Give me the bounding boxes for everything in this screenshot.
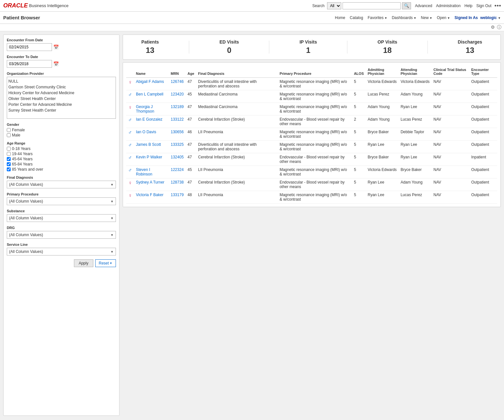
age-range-label: 85 Years and over (12, 167, 43, 172)
patient-encounter-type-cell: Outpatient (469, 178, 497, 191)
gender-label: Gender (7, 123, 116, 126)
patient-clinical-trial-cell: NAV (432, 78, 469, 90)
org-list-item[interactable]: Surrey Street Health Center (8, 107, 114, 113)
female-icon: ♀ (128, 180, 132, 185)
encounter-from-calendar-icon[interactable]: 📅 (53, 45, 59, 50)
age-range-checkbox[interactable] (7, 167, 11, 171)
patient-mrn-cell: 122324 (169, 166, 186, 178)
search-scope-select[interactable]: All (327, 2, 341, 9)
advanced-link[interactable]: Advanced (415, 4, 432, 8)
encounter-from-input[interactable] (7, 43, 52, 51)
signed-in-dropdown[interactable]: ▼ (498, 16, 501, 20)
patient-name-cell: Steven I Robinson (134, 166, 169, 178)
patient-name[interactable]: Ben L Campbell (136, 92, 163, 96)
favorites-link[interactable]: Favorites (368, 15, 387, 20)
patient-mrn[interactable]: 123420 (171, 92, 184, 96)
patient-name[interactable]: Ian O Davis (136, 130, 156, 134)
patient-alos-cell: 5 (352, 128, 366, 141)
help-circle-icon[interactable]: ⓘ (497, 25, 501, 30)
patient-name[interactable]: James B Scott (136, 142, 161, 147)
patient-primary-procedure-cell: Magnetic resonance imaging (MRI) w/o & w… (278, 78, 352, 90)
patient-alos-cell: 2 (352, 115, 366, 128)
org-list-item[interactable]: Garrison Street Community Clinic (8, 84, 114, 90)
patient-name[interactable]: Sydney A Turner (136, 180, 164, 185)
substance-dropdown[interactable]: (All Column Values) ▼ (7, 214, 116, 222)
patient-name[interactable]: Ian E Gonzalez (136, 117, 162, 122)
administration-link[interactable]: Administration (436, 4, 461, 8)
patient-primary-procedure-cell: Magnetic resonance imaging (MRI) w/o & w… (278, 90, 352, 103)
search-input[interactable] (343, 2, 401, 9)
new-link[interactable]: New (421, 15, 432, 20)
gear-icon[interactable]: ⚙ (491, 25, 495, 30)
age-range-checkbox[interactable] (7, 147, 11, 151)
patient-name[interactable]: Victoria F Baker (136, 193, 163, 197)
org-list-item[interactable]: NULL (8, 78, 114, 84)
patient-mrn[interactable]: 128738 (171, 180, 184, 185)
encounter-to-calendar-icon[interactable]: 📅 (53, 61, 59, 66)
nav-dot-3 (499, 5, 501, 6)
patient-age-cell: 45 (186, 90, 196, 103)
encounter-to-section: Encounter To Date 📅 (7, 55, 116, 68)
patient-mrn[interactable]: 133122 (171, 117, 184, 122)
op-visits-stat: OP Visits 18 (377, 39, 397, 55)
primary-procedure-dropdown[interactable]: (All Column Values) ▼ (7, 197, 116, 205)
patient-mrn[interactable]: 130656 (171, 130, 184, 134)
org-provider-list[interactable]: NULLGarrison Street Community ClinicHick… (7, 77, 116, 119)
patient-table: Name MRN Age Final Diagnosis Primary Pro… (126, 66, 497, 204)
patient-admitting-physician-cell: Adam Young (366, 115, 399, 128)
patient-name[interactable]: Georgia J Thompson (136, 105, 154, 114)
apply-button[interactable]: Apply (74, 259, 93, 267)
final-diagnosis-dropdown[interactable]: (All Column Values) ▼ (7, 181, 116, 188)
reset-button[interactable]: Reset ▼ (95, 259, 116, 267)
patient-attending-physician-cell: Adam Young (399, 90, 432, 103)
open-link[interactable]: Open (437, 15, 450, 20)
help-link[interactable]: Help (465, 4, 473, 8)
final-diagnosis-arrow: ▼ (110, 183, 114, 186)
service-line-arrow: ▼ (110, 250, 114, 254)
patient-mrn[interactable]: 133179 (171, 193, 184, 197)
gender-male-checkbox[interactable] (7, 133, 11, 137)
patient-age-cell: 47 (186, 78, 196, 90)
sign-out-link[interactable]: Sign Out (476, 4, 491, 8)
encounter-from-wrapper: 📅 (7, 43, 116, 51)
dashboards-link[interactable]: Dashboards (392, 15, 416, 20)
patient-name-cell: James B Scott (134, 141, 169, 153)
catalog-link[interactable]: Catalog (350, 15, 363, 20)
age-range-checkbox[interactable] (7, 157, 11, 161)
gender-male-label: Male (12, 133, 20, 137)
org-list-item[interactable]: Porter Center for Advanced Medicine (8, 102, 114, 107)
table-row: ♂James B Scott13332547Diverticulitis of … (126, 141, 497, 153)
home-link[interactable]: Home (335, 15, 345, 20)
patient-age-cell: 46 (186, 128, 196, 141)
age-range-item: 19-44 Years (7, 152, 116, 156)
patient-mrn[interactable]: 122324 (171, 167, 184, 172)
patient-name[interactable]: Abigail F Adams (136, 79, 164, 84)
patient-mrn[interactable]: 133325 (171, 142, 184, 147)
patient-name-cell: Ian O Davis (134, 128, 169, 141)
service-line-section: Service Line (All Column Values) ▼ (7, 243, 116, 255)
signed-in-user[interactable]: weblogic (480, 15, 497, 20)
second-nav: Home Catalog Favorites Dashboards New Op… (335, 15, 501, 20)
male-icon: ♂ (128, 130, 132, 135)
gender-female-checkbox[interactable] (7, 128, 11, 132)
patient-attending-physician-cell: Victoria Edwards (399, 78, 432, 90)
patient-attending-physician-cell: Lucas Perez (399, 191, 432, 204)
patient-mrn[interactable]: 132189 (171, 105, 184, 109)
age-range-item: 85 Years and over (7, 167, 116, 172)
encounter-to-label: Encounter To Date (7, 55, 116, 59)
age-range-checkbox[interactable] (7, 152, 11, 156)
encounter-to-input[interactable] (7, 60, 52, 68)
age-range-checkbox[interactable] (7, 162, 11, 166)
drg-dropdown[interactable]: (All Column Values) ▼ (7, 231, 116, 239)
patient-mrn[interactable]: 126746 (171, 79, 184, 84)
org-provider-section: Organization Provider NULLGarrison Stree… (7, 72, 116, 119)
patient-name[interactable]: Steven I Robinson (136, 167, 152, 176)
patient-name[interactable]: Kevin P Walker (136, 155, 162, 159)
org-list-item[interactable]: Hickory Center for Advanced Medicine (8, 90, 114, 96)
patient-primary-procedure-cell: Magnetic resonance imaging (MRI) w/o & w… (278, 166, 352, 178)
org-list-item[interactable]: Olivier Street Health Center (8, 96, 114, 102)
col-header-age: Age (186, 66, 196, 78)
search-button[interactable]: 🔍 (402, 2, 411, 9)
service-line-dropdown[interactable]: (All Column Values) ▼ (7, 248, 116, 255)
patient-mrn[interactable]: 132405 (171, 155, 184, 159)
